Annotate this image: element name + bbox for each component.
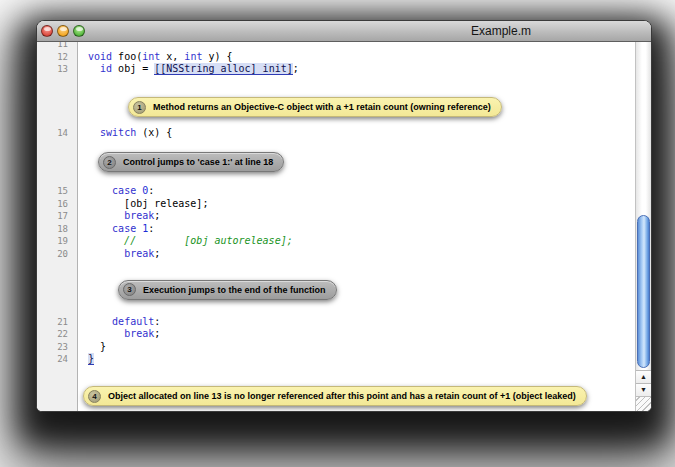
analyzer-bubble-4: 4Object allocated on line 13 is no longe… [83, 386, 587, 406]
code-token: (x) { [136, 127, 172, 138]
line-number: 14 [37, 127, 78, 140]
code-token: break [124, 210, 154, 221]
line-number: 13 [37, 63, 78, 76]
code-token: int [142, 51, 160, 62]
line-number: 12 [37, 51, 78, 64]
code-line[interactable]: 14 switch (x) { [37, 127, 635, 140]
minimize-button[interactable] [57, 25, 69, 37]
scroll-up-button[interactable]: ▲ [636, 370, 651, 383]
code-line[interactable]: 21 default: [37, 316, 635, 329]
code-line[interactable]: 18 case 1: [37, 223, 635, 236]
code-flow: 1112void foo(int x, int y) {13 id obj = … [37, 42, 635, 406]
code-line[interactable]: 12void foo(int x, int y) { [37, 51, 635, 64]
bubble-step-badge: 3 [123, 283, 136, 296]
code-text: case 0: [78, 185, 154, 198]
line-number: 21 [37, 316, 78, 329]
code-text: default: [78, 316, 160, 329]
scroll-down-button[interactable]: ▼ [636, 383, 651, 396]
code-text: break; [78, 248, 160, 261]
line-number: 19 [37, 235, 78, 248]
vertical-scrollbar[interactable]: ▲ ▼ [635, 42, 651, 411]
code-token: x, [160, 51, 184, 62]
code-text: id obj = [[NSString alloc] init]; [78, 63, 299, 76]
code-text: void foo(int x, int y) { [78, 51, 233, 64]
bubble-step-badge: 4 [88, 390, 101, 403]
bubble-message: Control jumps to 'case 1:' at line 18 [123, 157, 273, 167]
analyzer-bubble-1: 1Method returns an Objective-C object wi… [128, 97, 502, 117]
code-line[interactable]: 11 [37, 42, 635, 51]
analyzer-bubble-2: 2Control jumps to 'case 1:' at line 18 [98, 152, 284, 172]
line-number: 24 [37, 353, 78, 366]
bubble-message: Execution jumps to the end of the functi… [143, 285, 326, 295]
code-line[interactable]: 24} [37, 353, 635, 366]
window-title: Example.m [451, 21, 551, 41]
code-line[interactable]: 17 break; [37, 210, 635, 223]
code-token: } [88, 341, 106, 352]
close-button[interactable] [41, 25, 53, 37]
bubble-step-badge: 2 [103, 156, 116, 169]
line-number: 16 [37, 198, 78, 211]
code-line[interactable]: 20 break; [37, 248, 635, 261]
code-token: foo( [112, 51, 142, 62]
window-titlebar[interactable]: Example.m [37, 21, 651, 42]
analyzer-bubble-row: 4Object allocated on line 13 is no longe… [83, 385, 635, 407]
code-highlight: } [88, 353, 94, 365]
code-highlight: [[NSString alloc] init] [154, 63, 292, 75]
code-token: void [88, 51, 112, 62]
screenshot-canvas: Example.m 1112void foo(int x, int y) {13… [0, 0, 675, 467]
code-token [88, 328, 124, 339]
scrollbar-thumb[interactable] [637, 215, 650, 368]
code-text: switch (x) { [78, 127, 172, 140]
code-line[interactable]: 23 } [37, 341, 635, 354]
code-editor[interactable]: 1112void foo(int x, int y) {13 id obj = … [37, 42, 635, 411]
code-token [88, 63, 100, 74]
code-line[interactable]: 16 [obj release]; [37, 198, 635, 211]
code-line[interactable]: 13 id obj = [[NSString alloc] init]; [37, 63, 635, 76]
line-number: 20 [37, 248, 78, 261]
code-token: : [148, 223, 154, 234]
analyzer-bubble-row: 2Control jumps to 'case 1:' at line 18 [98, 151, 635, 173]
code-line[interactable]: 15 case 0: [37, 185, 635, 198]
resize-grip-icon[interactable] [636, 396, 651, 412]
code-text: } [78, 353, 94, 366]
zoom-button[interactable] [73, 25, 85, 37]
code-text: [obj release]; [78, 198, 208, 211]
line-number: 11 [37, 42, 78, 51]
code-token: [obj release]; [88, 198, 208, 209]
code-token: ; [154, 328, 160, 339]
analyzer-bubble-row: 1Method returns an Objective-C object wi… [128, 96, 635, 118]
arrow-up-icon: ▲ [640, 373, 647, 380]
code-token: : [148, 185, 154, 196]
code-token [88, 248, 124, 259]
code-token: : [154, 316, 160, 327]
bubble-message: Method returns an Objective-C object wit… [153, 102, 491, 112]
code-token: case [112, 185, 136, 196]
code-text: // [obj autorelease]; [78, 235, 293, 248]
code-token: int [184, 51, 202, 62]
analyzer-bubble-row: 3Execution jumps to the end of the funct… [118, 278, 635, 300]
analyzer-bubble-3: 3Execution jumps to the end of the funct… [118, 280, 337, 300]
code-token: switch [100, 127, 136, 138]
code-token [88, 185, 112, 196]
code-token: obj = [112, 63, 154, 74]
code-token [88, 127, 100, 138]
code-token [88, 316, 112, 327]
bubble-message: Object allocated on line 13 is no longer… [108, 391, 576, 401]
code-text: case 1: [78, 223, 154, 236]
code-text: break; [78, 328, 160, 341]
code-text [78, 42, 88, 51]
code-line[interactable]: 19 // [obj autorelease]; [37, 235, 635, 248]
code-token: id [100, 63, 112, 74]
code-token [88, 210, 124, 221]
code-token: ; [154, 210, 160, 221]
code-token [88, 223, 112, 234]
arrow-down-icon: ▼ [640, 386, 647, 393]
code-token: ; [293, 63, 299, 74]
line-number: 22 [37, 328, 78, 341]
line-number: 23 [37, 341, 78, 354]
code-line[interactable]: 22 break; [37, 328, 635, 341]
line-number: 17 [37, 210, 78, 223]
code-token: // [obj autorelease]; [88, 235, 293, 246]
code-token: default [112, 316, 154, 327]
line-number: 18 [37, 223, 78, 236]
